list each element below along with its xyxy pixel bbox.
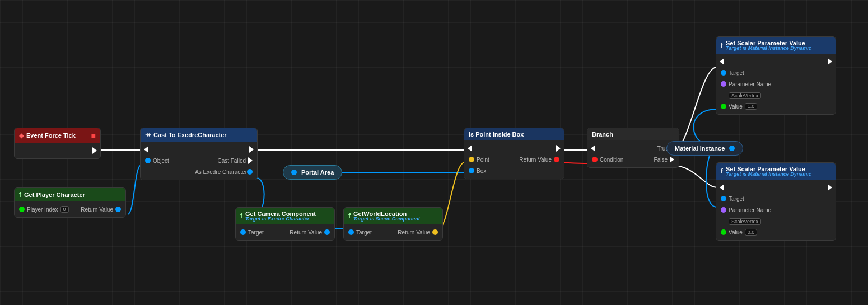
return-value-pin[interactable] — [554, 157, 559, 162]
cast-to-exedre-node: ↠ Cast To ExedreCharacter Object Cast Fa… — [140, 128, 258, 180]
return-value-pin[interactable] — [324, 229, 330, 235]
exec-out-pin[interactable] — [92, 147, 97, 154]
target-pin[interactable] — [348, 229, 354, 235]
point-pin[interactable] — [469, 157, 474, 162]
return-value-pin[interactable] — [432, 229, 438, 235]
exec-in-pin[interactable] — [720, 184, 724, 191]
as-exedre-row: As Exedre Character — [141, 166, 257, 177]
node-header: f GetWorldLocation Target is Scene Compo… — [344, 208, 442, 224]
event-icon: ◆ — [19, 132, 24, 139]
exec-row — [464, 143, 564, 154]
cast-failed-pin[interactable] — [248, 157, 253, 164]
value-pin[interactable] — [721, 104, 726, 109]
node-title: Branch — [592, 131, 613, 138]
exec-in-pin[interactable] — [591, 145, 595, 152]
object-pin[interactable] — [145, 158, 151, 163]
get-camera-component-node: f Get Camera Component Target is Exedre … — [235, 207, 335, 241]
target-pin[interactable] — [721, 70, 726, 76]
value-pin[interactable] — [721, 229, 726, 235]
func-icon: f — [721, 41, 723, 49]
event-force-tick-node: ◆ Event Force Tick ■ — [14, 128, 101, 159]
branch-node: Branch True Condition False — [587, 128, 679, 168]
func-icon: f — [348, 212, 351, 220]
exec-in-pin[interactable] — [720, 58, 724, 65]
target-pin[interactable] — [721, 196, 726, 201]
exec-out-pin[interactable] — [828, 58, 832, 65]
player-index-pin[interactable] — [19, 207, 25, 212]
target-row: Target — [716, 67, 836, 78]
target-row: Target — [716, 193, 836, 204]
func-icon: f — [721, 167, 723, 175]
object-row: Object Cast Failed — [141, 155, 257, 166]
return-value-pin[interactable] — [115, 207, 121, 212]
node-body: Target Return Value — [344, 224, 442, 240]
node-header: f Get Player Character — [15, 188, 125, 201]
node-body: Target Parameter Name ScaleVertex Value … — [716, 54, 836, 114]
node-body: Target Return Value — [236, 224, 334, 240]
func-icon: f — [240, 212, 242, 220]
node-title: Event Force Tick — [26, 132, 76, 139]
exec-row — [15, 145, 100, 156]
exec-out-pin[interactable] — [828, 184, 832, 191]
target-row: Target Return Value — [344, 227, 442, 238]
exec-row — [141, 144, 257, 155]
param-name-value-row: ScaleVertex — [716, 215, 836, 227]
node-header: f Set Scalar Parameter Value Target is M… — [716, 37, 836, 54]
exec-row — [716, 56, 836, 67]
node-header: Branch — [587, 128, 679, 140]
node-body: True Condition False — [587, 140, 679, 167]
as-exedre-pin[interactable] — [247, 169, 253, 175]
node-header: ◆ Event Force Tick ■ — [15, 128, 100, 143]
node-title: Cast To ExedreCharacter — [153, 132, 227, 138]
exec-in-pin[interactable] — [144, 146, 148, 153]
node-title: Get Player Character — [24, 191, 85, 198]
param-name-value-row: ScaleVertex — [716, 90, 836, 101]
param-name-row: Parameter Name — [716, 204, 836, 215]
node-body: Target Parameter Name ScaleVertex Value … — [716, 180, 836, 240]
node-body — [15, 143, 100, 158]
portal-pin[interactable] — [291, 170, 297, 175]
box-pin[interactable] — [469, 168, 474, 173]
exec-row — [716, 182, 836, 193]
condition-pin[interactable] — [592, 157, 598, 162]
set-scalar-true-node: f Set Scalar Parameter Value Target is M… — [716, 36, 836, 115]
box-row: Box — [464, 165, 564, 176]
portal-area-node: Portal Area — [283, 165, 342, 180]
player-index-row: Player Index 0 Return Value — [15, 204, 125, 215]
node-header: ↠ Cast To ExedreCharacter — [141, 128, 257, 142]
exec-out-pin[interactable] — [556, 145, 561, 152]
func-icon: f — [19, 191, 21, 199]
material-pin[interactable] — [729, 146, 735, 151]
get-player-character-node: f Get Player Character Player Index 0 Re… — [14, 187, 126, 218]
get-world-location-node: f GetWorldLocation Target is Scene Compo… — [343, 207, 443, 241]
set-scalar-false-node: f Set Scalar Parameter Value Target is M… — [716, 162, 836, 241]
value-row: Value 1.0 — [716, 101, 836, 112]
target-pin[interactable] — [240, 229, 246, 235]
value-row: Value 0.0 — [716, 227, 836, 238]
target-row: Target Return Value — [236, 227, 334, 238]
node-body: Object Cast Failed As Exedre Character — [141, 142, 257, 180]
cast-icon: ↠ — [145, 131, 151, 139]
material-instance-node: Material Instance — [666, 141, 743, 156]
portal-label: Portal Area — [301, 169, 334, 176]
node-header: f Get Camera Component Target is Exedre … — [236, 208, 334, 224]
is-point-inside-box-node: Is Point Inside Box Point Return Value — [464, 128, 564, 179]
node-header: f Set Scalar Parameter Value Target is M… — [716, 163, 836, 180]
node-body: Player Index 0 Return Value — [15, 201, 125, 217]
exec-out-pin[interactable] — [249, 146, 254, 153]
node-title: Is Point Inside Box — [469, 131, 524, 138]
param-name-row: Parameter Name — [716, 78, 836, 90]
condition-row: Condition False — [587, 154, 679, 165]
false-pin[interactable] — [670, 156, 674, 163]
exec-row: True — [587, 143, 679, 154]
material-label: Material Instance — [675, 145, 725, 152]
blueprint-canvas[interactable]: ◆ Event Force Tick ■ f Get Player Charac… — [0, 0, 868, 305]
param-name-pin[interactable] — [721, 81, 726, 87]
node-header: Is Point Inside Box — [464, 128, 564, 140]
exec-in-pin[interactable] — [468, 145, 472, 152]
param-name-pin[interactable] — [721, 207, 726, 213]
node-body: Point Return Value Box — [464, 140, 564, 179]
close-icon: ■ — [91, 131, 96, 140]
point-row: Point Return Value — [464, 154, 564, 165]
